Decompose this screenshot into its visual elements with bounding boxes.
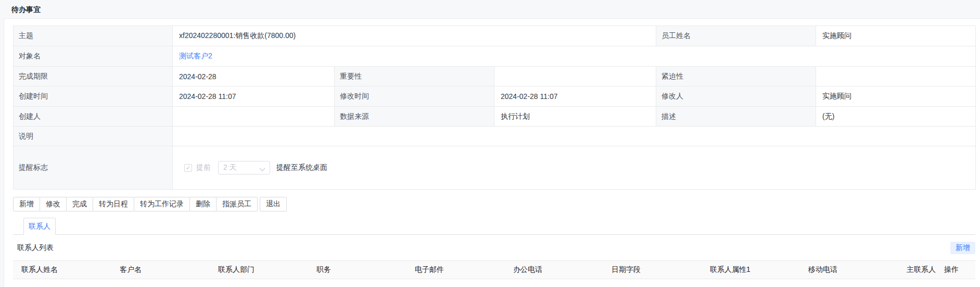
field-value-urgency [816,67,976,86]
contacts-column-header: 办公电话 [513,265,612,274]
content-card: 主题 xf202402280001:销售收款(7800.00) 员工姓名 实施顾… [4,18,980,287]
toolbar-button[interactable]: 修改 [40,197,67,211]
field-label-description: 描述 [656,107,816,127]
toolbar-button[interactable]: 转为工作记录 [134,197,190,211]
reminder-advance-value: 2 天 [223,163,237,172]
add-contact-button[interactable]: 新增 [950,242,975,254]
exit-button[interactable]: 退出 [260,197,287,211]
field-label-deadline: 完成期限 [14,67,173,86]
toolbar-button[interactable]: 完成 [66,197,93,211]
action-toolbar: 新增修改完成转为日程转为工作记录删除指派员工 退出 [13,197,980,211]
contacts-column-header: 联系人姓名 [21,265,120,274]
contacts-column-header: 主联系人 [907,265,944,274]
toolbar-button[interactable]: 指派员工 [216,197,258,211]
field-label-importance: 重要性 [335,67,494,86]
field-label-employee: 员工姓名 [656,26,816,46]
field-value-object: 测试客户2 [173,46,976,67]
field-value-deadline: 2024-02-28 [173,67,335,86]
field-value-employee: 实施顾问 [816,26,976,46]
field-label-creator: 创建人 [14,107,173,127]
field-label-reminder: 提醒标志 [14,146,173,190]
field-value-note [173,127,976,146]
reminder-advance-label: 提前 [196,163,211,172]
contacts-column-header: 电子邮件 [415,265,513,274]
reminder-advance-select[interactable]: 2 天 [218,161,270,174]
tab-contacts[interactable]: 联系人 [23,218,56,235]
tab-bar: 联系人 [13,218,975,235]
field-value-importance [494,67,656,86]
field-label-urgency: 紧迫性 [656,67,816,86]
field-label-note: 说明 [14,127,173,146]
field-label-modifier: 修改人 [656,86,816,107]
contacts-list-header: 联系人列表 新增 [13,242,975,254]
contacts-column-header: 联系人部门 [218,265,316,274]
reminder-suffix-text: 提醒至系统桌面 [276,163,327,172]
field-label-data-source: 数据来源 [335,107,494,127]
reminder-checkbox[interactable]: ✓ [184,164,192,172]
field-value-creator [173,107,335,127]
toolbar-button[interactable]: 转为日程 [93,197,134,211]
field-label-object: 对象名 [14,46,173,67]
object-name-link[interactable]: 测试客户2 [179,52,212,61]
field-value-created-time: 2024-02-28 11:07 [173,86,335,107]
field-value-data-source: 执行计划 [494,107,656,127]
field-label-modified-time: 修改时间 [335,86,494,107]
contacts-table-header: 联系人姓名客户名联系人部门职务电子邮件办公电话日期字段联系人属性1移动电话主联系… [13,260,975,279]
detail-table: 主题 xf202402280001:销售收款(7800.00) 员工姓名 实施顾… [13,26,975,190]
chevron-down-icon [260,166,265,170]
field-value-subject: xf202402280001:销售收款(7800.00) [173,26,656,46]
field-value-modifier: 实施顾问 [816,86,976,107]
contacts-column-header: 职务 [316,265,415,274]
toolbar-button[interactable]: 删除 [189,197,217,211]
page-title: 待办事宜 [0,0,980,18]
contacts-column-header: 联系人属性1 [710,265,808,274]
reminder-row: ✓ 提前 2 天 提醒至系统桌面 [173,146,976,190]
contacts-column-header: 操作 [944,265,975,274]
toolbar-button[interactable]: 新增 [13,197,40,211]
contacts-list-title: 联系人列表 [17,243,54,253]
field-label-created-time: 创建时间 [14,86,173,107]
contacts-column-header: 客户名 [120,265,218,274]
field-value-modified-time: 2024-02-28 11:07 [494,86,656,107]
field-label-subject: 主题 [14,26,173,46]
contacts-column-header: 日期字段 [612,265,710,274]
contacts-column-header: 移动电话 [808,265,907,274]
field-value-description: (无) [816,107,976,127]
